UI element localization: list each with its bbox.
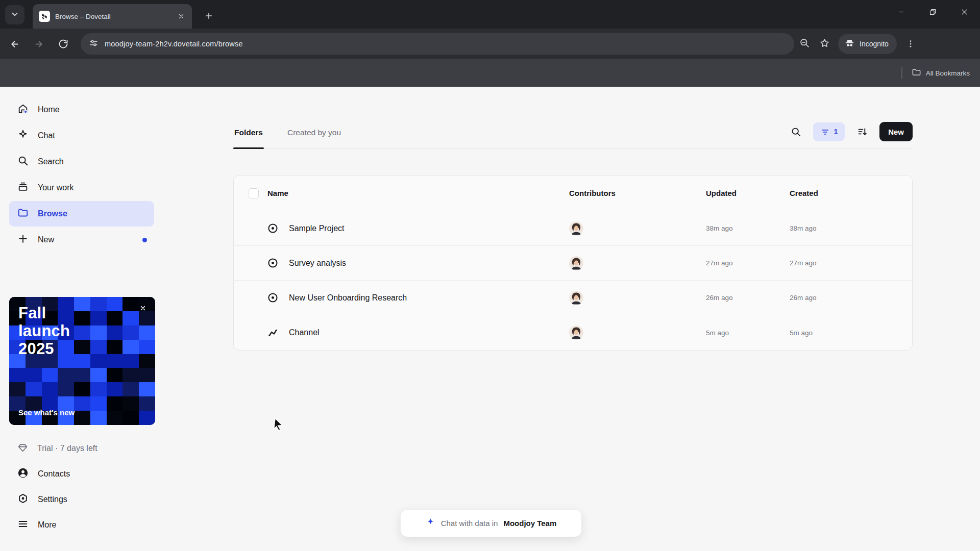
address-bar[interactable]: moodjoy-team-2h2v.dovetail.com/browse xyxy=(81,33,794,55)
browser-tabstrip: Browse – Dovetail xyxy=(0,0,980,29)
sidebar-item-label: More xyxy=(38,520,56,530)
tab-search-button[interactable] xyxy=(5,5,24,24)
tab-close-icon[interactable] xyxy=(176,11,187,22)
banner-mosaic-tile xyxy=(107,354,123,368)
zoom-level-icon[interactable] xyxy=(799,38,810,51)
row-updated: 27m ago xyxy=(706,259,790,267)
sidebar-item-label: Browse xyxy=(38,209,67,218)
table-row[interactable]: Survey analysis 27m ago 27m ago xyxy=(234,246,912,281)
back-icon[interactable] xyxy=(4,34,24,54)
bookmark-star-icon[interactable] xyxy=(819,38,830,51)
banner-mosaic-tile xyxy=(90,411,107,425)
project-icon xyxy=(261,222,284,234)
filter-button[interactable]: 1 xyxy=(813,122,845,141)
row-created: 38m ago xyxy=(790,224,912,232)
banner-mosaic-tile xyxy=(139,325,155,340)
contributor-avatar[interactable] xyxy=(569,291,583,305)
trial-status[interactable]: Trial · 7 days left xyxy=(9,436,154,461)
banner-mosaic-tile xyxy=(42,368,58,382)
contributor-avatar[interactable] xyxy=(569,221,583,236)
row-name[interactable]: New User Onboarding Research xyxy=(289,293,569,303)
sparkle-icon xyxy=(17,129,29,142)
refresh-icon[interactable] xyxy=(53,34,74,54)
banner-mosaic-tile xyxy=(122,382,139,396)
select-all-checkbox[interactable] xyxy=(249,188,259,198)
banner-close-icon[interactable] xyxy=(137,302,149,314)
filter-icon xyxy=(820,127,830,137)
incognito-badge[interactable]: Incognito xyxy=(838,34,897,54)
work-tray-icon xyxy=(17,181,29,194)
close-window-button[interactable] xyxy=(948,0,980,23)
sidebar-item-contacts[interactable]: Contacts xyxy=(9,461,154,487)
column-created[interactable]: Created xyxy=(790,189,912,197)
row-created: 27m ago xyxy=(790,259,912,267)
sidebar-item-label: New xyxy=(38,235,54,244)
row-name[interactable]: Survey analysis xyxy=(289,259,569,268)
banner-mosaic-tile xyxy=(139,411,155,425)
sidebar-item-search[interactable]: Search xyxy=(9,149,154,174)
row-created: 5m ago xyxy=(790,329,912,337)
banner-mosaic-tile xyxy=(58,382,74,396)
banner-mosaic-tile xyxy=(74,368,90,382)
banner-mosaic-tile xyxy=(107,411,123,425)
bookmarks-divider xyxy=(901,67,902,79)
contributor-avatar[interactable] xyxy=(569,325,583,340)
row-updated: 38m ago xyxy=(706,224,790,232)
browser-tab[interactable]: Browse – Dovetail xyxy=(33,4,192,29)
banner-mosaic-tile xyxy=(139,368,155,382)
toast-team-name: Moodjoy Team xyxy=(503,519,556,528)
row-name[interactable]: Channel xyxy=(289,328,569,337)
minimize-button[interactable] xyxy=(885,0,917,23)
tab-created-by-you[interactable]: Created by you xyxy=(286,128,342,148)
tab-folders[interactable]: Folders xyxy=(233,128,264,148)
banner-mosaic-tile xyxy=(122,368,139,382)
banner-mosaic-tile xyxy=(139,396,155,411)
chat-with-data-toast[interactable]: Chat with data in Moodjoy Team xyxy=(400,509,582,537)
banner-mosaic-tile xyxy=(122,396,139,411)
site-settings-icon[interactable] xyxy=(89,38,99,50)
hamburger-icon xyxy=(17,518,29,532)
tab-title: Browse – Dovetail xyxy=(55,13,176,20)
sidebar-item-home[interactable]: Home xyxy=(9,97,154,122)
filter-count-badge: 1 xyxy=(834,128,838,136)
sidebar-footer: Trial · 7 days left Contacts Settings Mo… xyxy=(0,436,168,538)
all-bookmarks-button[interactable]: All Bookmarks xyxy=(912,67,970,79)
window-controls xyxy=(885,0,980,23)
browser-menu-icon[interactable] xyxy=(902,39,919,48)
column-name[interactable]: Name xyxy=(267,189,569,197)
sidebar-item-your-work[interactable]: Your work xyxy=(9,175,154,201)
table-row[interactable]: Sample Project 38m ago 38m ago xyxy=(234,211,912,246)
table-row[interactable]: Channel 5m ago 5m ago xyxy=(234,315,912,350)
sidebar-item-label: Chat xyxy=(38,131,55,140)
row-updated: 26m ago xyxy=(706,294,790,302)
row-name[interactable]: Sample Project xyxy=(289,224,569,233)
column-updated[interactable]: Updated xyxy=(706,189,790,197)
banner-cta[interactable]: See what's new xyxy=(18,408,75,417)
all-bookmarks-label: All Bookmarks xyxy=(926,69,970,77)
url-text[interactable]: moodjoy-team-2h2v.dovetail.com/browse xyxy=(105,40,243,48)
new-button[interactable]: New xyxy=(879,122,913,141)
contributor-avatar[interactable] xyxy=(569,256,583,270)
sidebar-item-label: Home xyxy=(38,105,60,114)
table-row[interactable]: New User Onboarding Research 26m ago 26m… xyxy=(234,281,912,315)
banner-mosaic-tile xyxy=(90,396,107,411)
column-contributors[interactable]: Contributors xyxy=(569,189,706,197)
sidebar-item-more[interactable]: More xyxy=(9,512,154,538)
sidebar-item-browse[interactable]: Browse xyxy=(9,201,154,227)
forward-icon[interactable] xyxy=(29,34,49,54)
banner-mosaic-tile xyxy=(107,311,123,325)
search-list-icon[interactable] xyxy=(787,122,805,141)
sidebar-item-new[interactable]: New xyxy=(9,227,154,253)
fall-launch-banner[interactable]: Fall launch 2025 See what's new xyxy=(9,297,155,425)
sidebar-item-settings[interactable]: Settings xyxy=(9,487,154,512)
sidebar-item-label: Search xyxy=(38,157,64,166)
browse-content: Folders Created by you 1 New Name xyxy=(233,87,913,350)
sort-icon[interactable] xyxy=(853,122,871,141)
sidebar: Home Chat Search Your work Browse xyxy=(0,87,168,551)
sidebar-item-label: Your work xyxy=(38,183,74,192)
browser-toolbar: moodjoy-team-2h2v.dovetail.com/browse In… xyxy=(0,29,980,59)
restore-button[interactable] xyxy=(917,0,948,23)
sidebar-item-chat[interactable]: Chat xyxy=(9,123,154,148)
new-tab-button[interactable] xyxy=(200,7,217,24)
incognito-label: Incognito xyxy=(860,40,889,48)
